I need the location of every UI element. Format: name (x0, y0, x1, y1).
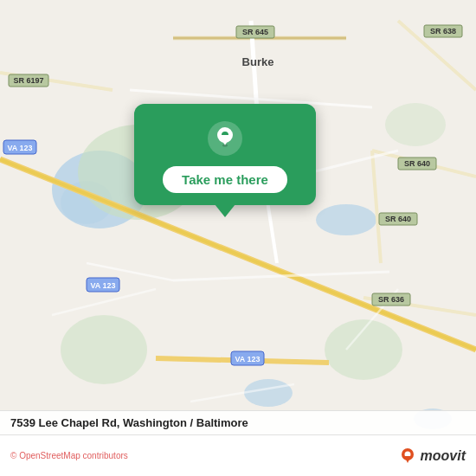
svg-text:SR 640: SR 640 (404, 159, 430, 168)
svg-point-10 (385, 103, 446, 146)
svg-point-4 (244, 379, 293, 407)
moovit-text: moovit (421, 448, 466, 464)
take-me-there-button[interactable]: Take me there (163, 166, 287, 193)
svg-text:VA 123: VA 123 (235, 355, 260, 363)
svg-text:SR 6197: SR 6197 (13, 76, 43, 85)
bottom-bar: © OpenStreetMap contributors moovit (0, 434, 476, 476)
svg-text:SR 645: SR 645 (242, 28, 268, 36)
svg-text:Burke: Burke (242, 55, 274, 68)
svg-point-9 (61, 315, 147, 384)
map-svg: SR 645 SR 638 SR 6197 VA 123 SR 640 SR 6… (0, 0, 476, 476)
svg-rect-0 (0, 21, 476, 455)
svg-text:SR 638: SR 638 (430, 27, 456, 35)
svg-point-3 (316, 204, 376, 235)
svg-text:VA 123: VA 123 (7, 144, 32, 152)
popup-card: Take me there (134, 104, 316, 205)
svg-text:VA 123: VA 123 (90, 281, 115, 290)
svg-text:SR 636: SR 636 (378, 295, 404, 304)
svg-point-55 (222, 145, 228, 147)
address-bar: 7539 Lee Chapel Rd, Washington / Baltimo… (0, 410, 476, 434)
location-pin-icon (206, 119, 244, 158)
osm-attribution-text: © OpenStreetMap contributors (10, 451, 128, 460)
moovit-logo: moovit (398, 447, 466, 466)
moovit-pin-icon (398, 447, 417, 466)
svg-text:SR 640: SR 640 (385, 215, 411, 223)
osm-attribution: © OpenStreetMap contributors (10, 451, 128, 460)
map-container: SR 645 SR 638 SR 6197 VA 123 SR 640 SR 6… (0, 0, 476, 476)
address-text: 7539 Lee Chapel Rd, Washington / Baltimo… (10, 416, 248, 429)
